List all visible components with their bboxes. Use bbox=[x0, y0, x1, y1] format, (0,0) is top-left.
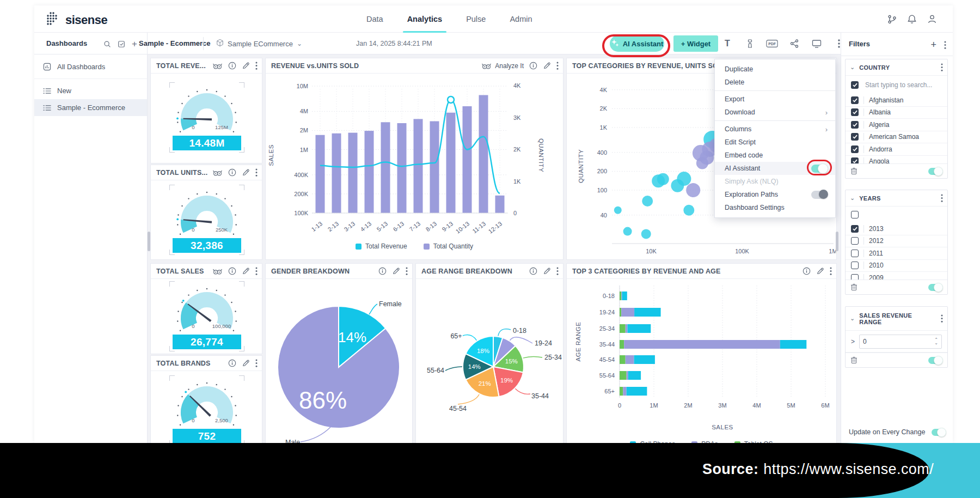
analyze-owl-icon[interactable] bbox=[212, 62, 223, 70]
nav-tab-analytics[interactable]: Analytics bbox=[407, 5, 442, 33]
edit-widget-icon[interactable] bbox=[242, 168, 250, 177]
scrollbar-thumb-left[interactable] bbox=[148, 232, 150, 251]
collapse-chevron-icon[interactable]: ⌄ bbox=[850, 64, 855, 71]
filter-item-2010[interactable]: 2010 bbox=[846, 260, 947, 272]
analyze-owl-icon[interactable] bbox=[212, 268, 223, 275]
info-icon[interactable] bbox=[228, 62, 236, 70]
filter-item-afghanistan[interactable]: Afghanistan bbox=[846, 94, 947, 107]
edit-widget-icon[interactable] bbox=[392, 267, 400, 275]
filter-checkbox[interactable] bbox=[851, 121, 859, 129]
menu-item-duplicate[interactable]: Duplicate bbox=[715, 63, 835, 76]
scrollbar-thumb-right[interactable] bbox=[836, 232, 838, 251]
filter-checkbox[interactable] bbox=[851, 274, 859, 280]
version-branch-icon[interactable] bbox=[886, 14, 897, 25]
nav-tab-admin[interactable]: Admin bbox=[510, 5, 532, 33]
filter-search-input[interactable] bbox=[865, 81, 936, 89]
delete-filter-trash-icon[interactable] bbox=[850, 283, 857, 291]
filter-checkbox[interactable] bbox=[851, 81, 859, 89]
info-icon[interactable] bbox=[529, 267, 537, 275]
filter-enabled-toggle[interactable] bbox=[928, 284, 942, 291]
widget-menu-kebab-icon[interactable] bbox=[556, 62, 559, 70]
edit-widget-icon[interactable] bbox=[242, 62, 250, 70]
filter-section-kebab-icon[interactable] bbox=[941, 63, 943, 71]
info-icon[interactable] bbox=[378, 267, 387, 275]
delete-filter-trash-icon[interactable] bbox=[850, 356, 857, 364]
filter-item-american-samoa[interactable]: American Samoa bbox=[846, 131, 947, 144]
stepper-arrows[interactable]: ⌃⌄ bbox=[934, 338, 938, 345]
nav-tab-pulse[interactable]: Pulse bbox=[466, 5, 486, 33]
filter-checkbox[interactable] bbox=[851, 145, 859, 153]
filter-checkbox[interactable] bbox=[851, 250, 859, 257]
filter-item-algeria[interactable]: Algeria bbox=[846, 119, 947, 131]
menu-item-edit-script[interactable]: Edit Script bbox=[715, 136, 835, 149]
widget-menu-kebab-icon[interactable] bbox=[406, 267, 408, 275]
menu-item-columns[interactable]: Columns› bbox=[715, 123, 835, 136]
edit-widget-icon[interactable] bbox=[816, 267, 824, 275]
edit-widget-icon[interactable] bbox=[543, 267, 551, 275]
menu-toggle-off[interactable] bbox=[811, 191, 828, 199]
filter-checkbox[interactable] bbox=[851, 225, 859, 233]
filter-checkbox[interactable] bbox=[851, 133, 859, 141]
add-widget-button[interactable]: + Widget bbox=[673, 35, 718, 52]
widget-menu-kebab-icon[interactable] bbox=[255, 359, 258, 367]
filter-checkbox[interactable] bbox=[851, 96, 859, 104]
filter-item-andorra[interactable]: Andorra bbox=[846, 143, 947, 156]
export-pdf-icon[interactable]: PDF bbox=[766, 38, 778, 50]
filter-enabled-toggle[interactable] bbox=[928, 357, 942, 364]
nav-tab-data[interactable]: Data bbox=[366, 5, 383, 33]
widget-menu-kebab-icon[interactable] bbox=[830, 267, 832, 275]
menu-item-exploration-paths[interactable]: Exploration Paths bbox=[715, 188, 835, 201]
notifications-bell-icon[interactable] bbox=[906, 14, 917, 25]
menu-item-embed-code[interactable]: Embed code bbox=[715, 149, 835, 162]
menu-item-export[interactable]: Export bbox=[715, 93, 835, 106]
new-dashboard-plus-icon[interactable]: + bbox=[132, 39, 137, 50]
widget-menu-kebab-icon[interactable] bbox=[255, 62, 258, 70]
add-filter-plus-icon[interactable]: + bbox=[930, 39, 936, 51]
delete-filter-trash-icon[interactable] bbox=[850, 167, 857, 175]
filter-item-2012[interactable]: 2012 bbox=[846, 235, 947, 248]
range-value-input[interactable] bbox=[863, 338, 917, 345]
filter-enabled-toggle[interactable] bbox=[928, 168, 942, 175]
filter-item-2011[interactable]: 2011 bbox=[846, 247, 947, 260]
menu-toggle-on[interactable] bbox=[811, 165, 828, 173]
filter-item-2013[interactable]: 2013 bbox=[846, 223, 947, 235]
filter-item-albania[interactable]: Albania bbox=[846, 107, 947, 119]
account-user-icon[interactable] bbox=[927, 14, 938, 25]
collapse-chevron-icon[interactable]: ⌄ bbox=[850, 315, 855, 322]
filter-section-kebab-icon[interactable] bbox=[941, 314, 943, 323]
datasource-selector[interactable]: Sample ECommerce ⌄ bbox=[216, 39, 302, 48]
ai-assistant-button[interactable]: AI Assistant bbox=[610, 35, 664, 52]
menu-item-ai-assistant[interactable]: AI Assistant bbox=[715, 162, 835, 175]
filter-checkbox[interactable] bbox=[851, 211, 859, 218]
format-painter-icon[interactable] bbox=[744, 38, 756, 50]
filter-checkbox[interactable] bbox=[851, 157, 859, 163]
multi-select-icon[interactable] bbox=[118, 40, 125, 48]
sidebar-item-sample-ecommerce[interactable]: Sample - Ecommerce bbox=[34, 99, 147, 116]
present-monitor-icon[interactable] bbox=[811, 38, 823, 50]
menu-item-delete[interactable]: Delete bbox=[715, 76, 835, 89]
widget-menu-kebab-icon[interactable] bbox=[255, 267, 258, 275]
analyze-owl-icon[interactable] bbox=[481, 62, 492, 70]
filter-item-angola[interactable]: Angola bbox=[846, 156, 947, 164]
widget-menu-kebab-icon[interactable] bbox=[255, 168, 258, 177]
text-widget-icon[interactable]: T bbox=[721, 38, 733, 50]
filter-item-2009[interactable]: 2009 bbox=[846, 272, 947, 280]
widget-menu-kebab-icon[interactable] bbox=[556, 267, 559, 275]
menu-item-dashboard-settings[interactable]: Dashboard Settings bbox=[715, 201, 835, 214]
search-icon[interactable] bbox=[103, 40, 111, 48]
menu-item-download[interactable]: Download› bbox=[715, 106, 835, 119]
filter-section-kebab-icon[interactable] bbox=[941, 194, 943, 202]
filter-checkbox[interactable] bbox=[851, 108, 859, 116]
info-icon[interactable] bbox=[228, 359, 236, 367]
sidebar-item-new[interactable]: New bbox=[34, 82, 147, 99]
info-icon[interactable] bbox=[529, 62, 537, 70]
filter-checkbox[interactable] bbox=[851, 262, 859, 269]
info-icon[interactable] bbox=[803, 267, 811, 275]
info-icon[interactable] bbox=[228, 168, 236, 177]
update-on-change-toggle[interactable] bbox=[932, 429, 946, 436]
filter-checkbox[interactable] bbox=[851, 237, 859, 245]
info-icon[interactable] bbox=[228, 267, 236, 275]
sisense-logo[interactable]: sisense bbox=[46, 11, 107, 29]
collapse-chevron-icon[interactable]: ⌄ bbox=[850, 195, 855, 202]
analyze-owl-icon[interactable] bbox=[212, 169, 223, 177]
